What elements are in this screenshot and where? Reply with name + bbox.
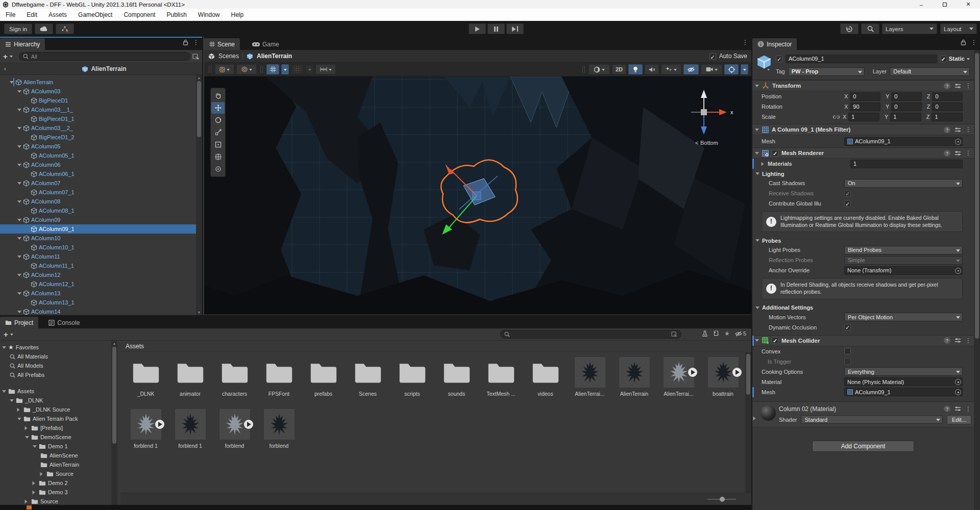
object-picker-icon[interactable] bbox=[955, 268, 961, 274]
play-button[interactable] bbox=[469, 23, 486, 34]
thumbnail-size-slider[interactable] bbox=[707, 499, 736, 500]
2d-mode-button[interactable]: 2D bbox=[612, 64, 626, 74]
search-icon[interactable] bbox=[861, 23, 879, 34]
tool-settings-button[interactable] bbox=[215, 64, 234, 74]
layout-dropdown[interactable]: Layout bbox=[940, 23, 977, 34]
project-tree-row[interactable]: ★ DemoScene bbox=[0, 432, 111, 442]
physic-material-field[interactable]: None (Physic Material) bbox=[844, 377, 963, 386]
panel-menu-icon[interactable] bbox=[971, 39, 977, 45]
view-pan-tool[interactable] bbox=[211, 90, 225, 101]
expander-arrow-icon[interactable] bbox=[17, 109, 21, 113]
hierarchy-row[interactable]: AColumn11_1 bbox=[0, 261, 202, 270]
expander-arrow-icon[interactable] bbox=[17, 408, 22, 412]
project-tree-row[interactable]: ★ _DLNK bbox=[0, 396, 111, 405]
project-tree-scrollbar[interactable]: ▲ bbox=[111, 341, 117, 510]
contribute-gi-checkbox[interactable] bbox=[844, 200, 851, 207]
hierarchy-row[interactable]: AColumn10_1 bbox=[0, 243, 202, 252]
project-tree-row[interactable]: ★ _DLNK Source bbox=[0, 405, 111, 414]
pivot-mode-button[interactable] bbox=[236, 64, 257, 74]
shading-mode-button[interactable] bbox=[589, 64, 610, 74]
expander-arrow-icon[interactable] bbox=[17, 219, 21, 223]
asset-tile[interactable]: boattrain bbox=[701, 356, 744, 397]
hierarchy-row[interactable]: AColumn09_1 bbox=[0, 224, 202, 234]
layers-dropdown[interactable]: Layers bbox=[882, 23, 937, 34]
camera-settings-button[interactable] bbox=[701, 64, 722, 74]
play-badge-icon[interactable] bbox=[155, 420, 164, 429]
collab-services-icon[interactable]: x bbox=[56, 23, 74, 34]
dynamic-occlusion-checkbox[interactable] bbox=[844, 324, 851, 330]
undo-history-icon[interactable] bbox=[840, 23, 859, 34]
tag-dropdown[interactable]: PW - Prop bbox=[788, 67, 865, 76]
collider-mesh-field[interactable]: AColumn09_1 bbox=[844, 388, 963, 396]
help-icon[interactable] bbox=[944, 126, 950, 133]
asset-tile[interactable]: forblend 1 bbox=[124, 408, 168, 449]
project-grid-scrollbar[interactable] bbox=[745, 352, 751, 493]
gizmos-dropdown-icon[interactable] bbox=[741, 64, 748, 74]
hierarchy-row[interactable]: BigPieceD1 bbox=[0, 96, 202, 105]
preset-icon[interactable] bbox=[954, 338, 961, 343]
back-arrow-icon[interactable]: ‹ bbox=[4, 65, 6, 72]
grid-snap-dropdown-icon[interactable] bbox=[281, 64, 289, 74]
tab-hierarchy[interactable]: Hierarchy bbox=[0, 38, 45, 50]
expander-arrow-icon[interactable] bbox=[2, 390, 6, 395]
hierarchy-row[interactable]: AColumn09 bbox=[0, 215, 202, 224]
hierarchy-row[interactable]: AColumn14 bbox=[0, 307, 202, 315]
hierarchy-row[interactable]: AColumn12_1 bbox=[0, 279, 202, 289]
create-asset-button[interactable] bbox=[4, 330, 8, 339]
hierarchy-row[interactable]: AColumn03 bbox=[0, 87, 202, 96]
hierarchy-row[interactable]: AColumn06_1 bbox=[0, 169, 202, 178]
gizmos-toggle-icon[interactable] bbox=[724, 64, 739, 74]
transform-header[interactable]: Transform bbox=[752, 80, 974, 91]
hierarchy-scrollbar[interactable]: ▲ ▼ bbox=[196, 75, 202, 315]
project-tree-row[interactable]: ★ All Prefabs bbox=[0, 370, 111, 379]
transform-tool[interactable] bbox=[211, 151, 225, 163]
scene-audio-icon[interactable] bbox=[645, 64, 659, 74]
panel-menu-icon[interactable] bbox=[193, 39, 199, 45]
cooking-options-dropdown[interactable]: Everything bbox=[844, 367, 963, 376]
play-badge-icon[interactable] bbox=[244, 420, 253, 429]
project-tree-row[interactable]: ★ Demo 1 bbox=[0, 442, 111, 451]
layer-dropdown[interactable]: Default bbox=[890, 67, 970, 76]
static-checkbox[interactable] bbox=[940, 56, 947, 62]
expander-arrow-icon[interactable] bbox=[17, 292, 21, 297]
close-button[interactable]: ✕ bbox=[957, 0, 980, 9]
cast-shadows-dropdown[interactable]: On bbox=[844, 179, 963, 188]
asset-tile[interactable]: Scenes bbox=[346, 356, 390, 397]
expander-arrow-icon[interactable] bbox=[25, 500, 30, 504]
edit-shader-button[interactable]: Edit... bbox=[947, 415, 971, 424]
project-tree-row[interactable]: ★ Demo 2 bbox=[0, 478, 111, 488]
component-enabled-checkbox[interactable] bbox=[772, 337, 778, 344]
expander-arrow-icon[interactable] bbox=[17, 182, 21, 187]
mesh-filter-header[interactable]: A Column 09_1 (Mesh Filter) bbox=[752, 124, 974, 135]
component-menu-icon[interactable] bbox=[965, 126, 971, 133]
menu-item[interactable]: Component bbox=[118, 9, 161, 21]
scale-tool[interactable] bbox=[211, 126, 225, 138]
component-menu-icon[interactable] bbox=[965, 338, 971, 344]
play-badge-icon[interactable] bbox=[732, 368, 742, 377]
hierarchy-row[interactable]: AlienTerrain bbox=[0, 78, 202, 87]
component-menu-icon[interactable] bbox=[965, 406, 971, 412]
mesh-renderer-header[interactable]: Mesh Renderer bbox=[752, 147, 974, 159]
panel-menu-icon[interactable] bbox=[742, 39, 748, 45]
auto-save-checkbox[interactable] bbox=[709, 53, 716, 60]
hierarchy-row[interactable]: AColumn05 bbox=[0, 142, 202, 151]
menu-item[interactable]: Window bbox=[192, 9, 226, 21]
asset-tile[interactable]: videos bbox=[523, 356, 568, 397]
expander-arrow-icon[interactable] bbox=[17, 418, 21, 422]
mesh-object-field[interactable]: AColumn09_1 bbox=[844, 137, 963, 146]
preset-icon[interactable] bbox=[954, 83, 961, 89]
effects-button[interactable] bbox=[661, 64, 681, 74]
rotation-x-field[interactable]: 90 bbox=[850, 103, 880, 111]
mesh-collider-header[interactable]: Mesh Collider bbox=[752, 335, 974, 346]
position-z-field[interactable]: 0 bbox=[932, 92, 963, 101]
help-icon[interactable] bbox=[944, 337, 950, 344]
project-search-input[interactable] bbox=[500, 330, 681, 339]
help-icon[interactable] bbox=[944, 405, 950, 412]
menu-item[interactable]: Publish bbox=[161, 9, 192, 21]
lighting-foldout[interactable]: Lighting bbox=[752, 169, 974, 178]
rotation-y-field[interactable]: 0 bbox=[891, 103, 922, 111]
hierarchy-row[interactable]: AColumn10 bbox=[0, 234, 202, 243]
menu-item[interactable]: GameObject bbox=[72, 9, 118, 21]
component-enabled-checkbox[interactable] bbox=[772, 150, 778, 157]
hierarchy-row[interactable]: AColumn03__1_ bbox=[0, 105, 202, 114]
